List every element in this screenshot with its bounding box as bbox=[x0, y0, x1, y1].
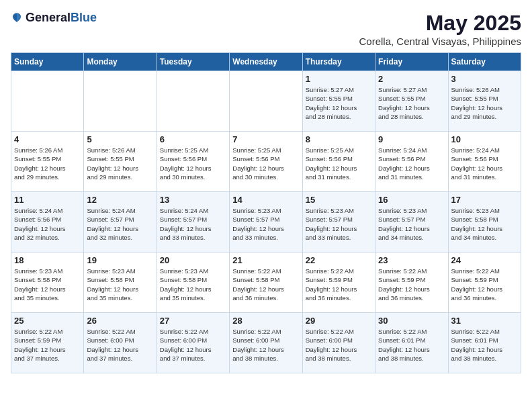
calendar-cell: 17Sunrise: 5:23 AM Sunset: 5:58 PM Dayli… bbox=[448, 192, 521, 253]
day-number: 8 bbox=[306, 134, 372, 144]
calendar-cell: 13Sunrise: 5:24 AM Sunset: 5:57 PM Dayli… bbox=[157, 192, 229, 253]
calendar-body: 1Sunrise: 5:27 AM Sunset: 5:55 PM Daylig… bbox=[11, 71, 521, 373]
day-info: Sunrise: 5:25 AM Sunset: 5:56 PM Dayligh… bbox=[232, 146, 299, 181]
calendar-cell bbox=[230, 71, 302, 132]
day-number: 12 bbox=[87, 195, 153, 205]
day-number: 2 bbox=[378, 74, 445, 84]
logo-text-general: General bbox=[26, 11, 71, 24]
day-number: 14 bbox=[232, 195, 299, 205]
calendar-cell: 14Sunrise: 5:23 AM Sunset: 5:57 PM Dayli… bbox=[230, 192, 302, 253]
day-info: Sunrise: 5:27 AM Sunset: 5:55 PM Dayligh… bbox=[378, 85, 445, 121]
day-info: Sunrise: 5:23 AM Sunset: 5:57 PM Dayligh… bbox=[306, 206, 372, 242]
day-info: Sunrise: 5:22 AM Sunset: 5:59 PM Dayligh… bbox=[378, 267, 445, 302]
calendar-cell bbox=[84, 71, 157, 132]
calendar-cell: 30Sunrise: 5:22 AM Sunset: 6:01 PM Dayli… bbox=[375, 313, 448, 373]
day-number: 6 bbox=[160, 134, 226, 144]
day-info: Sunrise: 5:22 AM Sunset: 6:01 PM Dayligh… bbox=[378, 327, 445, 363]
day-number: 13 bbox=[160, 195, 226, 205]
calendar-cell: 4Sunrise: 5:26 AM Sunset: 5:55 PM Daylig… bbox=[11, 132, 84, 192]
calendar-cell: 8Sunrise: 5:25 AM Sunset: 5:56 PM Daylig… bbox=[302, 132, 375, 192]
calendar-cell: 9Sunrise: 5:24 AM Sunset: 5:56 PM Daylig… bbox=[375, 132, 448, 192]
day-number: 24 bbox=[451, 255, 518, 265]
calendar-cell: 21Sunrise: 5:22 AM Sunset: 5:58 PM Dayli… bbox=[230, 253, 302, 313]
day-number: 21 bbox=[232, 255, 299, 265]
day-of-week-header: Monday bbox=[84, 53, 157, 71]
calendar-week-row: 4Sunrise: 5:26 AM Sunset: 5:55 PM Daylig… bbox=[11, 132, 521, 192]
calendar-cell: 26Sunrise: 5:22 AM Sunset: 6:00 PM Dayli… bbox=[84, 313, 157, 373]
subtitle: Corella, Central Visayas, Philippines bbox=[359, 36, 521, 47]
day-number: 31 bbox=[451, 316, 518, 326]
day-number: 29 bbox=[306, 316, 372, 326]
day-of-week-header: Sunday bbox=[11, 53, 84, 71]
day-number: 18 bbox=[14, 255, 81, 265]
day-of-week-header: Friday bbox=[375, 53, 448, 71]
day-info: Sunrise: 5:26 AM Sunset: 5:55 PM Dayligh… bbox=[451, 85, 518, 121]
main-title: May 2025 bbox=[359, 11, 521, 36]
day-info: Sunrise: 5:22 AM Sunset: 6:00 PM Dayligh… bbox=[160, 327, 226, 363]
day-info: Sunrise: 5:23 AM Sunset: 5:58 PM Dayligh… bbox=[451, 206, 518, 242]
day-info: Sunrise: 5:22 AM Sunset: 5:59 PM Dayligh… bbox=[451, 267, 518, 302]
day-info: Sunrise: 5:24 AM Sunset: 5:56 PM Dayligh… bbox=[14, 206, 81, 242]
calendar-cell: 10Sunrise: 5:24 AM Sunset: 5:56 PM Dayli… bbox=[448, 132, 521, 192]
day-number: 15 bbox=[306, 195, 372, 205]
calendar-cell: 27Sunrise: 5:22 AM Sunset: 6:00 PM Dayli… bbox=[157, 313, 229, 373]
calendar-week-row: 1Sunrise: 5:27 AM Sunset: 5:55 PM Daylig… bbox=[11, 71, 521, 132]
day-info: Sunrise: 5:23 AM Sunset: 5:57 PM Dayligh… bbox=[378, 206, 445, 242]
day-number: 9 bbox=[378, 134, 445, 144]
day-info: Sunrise: 5:23 AM Sunset: 5:57 PM Dayligh… bbox=[232, 206, 299, 242]
calendar-cell: 3Sunrise: 5:26 AM Sunset: 5:55 PM Daylig… bbox=[448, 71, 521, 132]
day-number: 19 bbox=[87, 255, 153, 265]
day-number: 1 bbox=[306, 74, 372, 84]
day-info: Sunrise: 5:26 AM Sunset: 5:55 PM Dayligh… bbox=[14, 146, 81, 181]
day-info: Sunrise: 5:22 AM Sunset: 6:00 PM Dayligh… bbox=[87, 327, 153, 363]
title-area: May 2025 Corella, Central Visayas, Phili… bbox=[359, 11, 521, 47]
calendar-cell: 18Sunrise: 5:23 AM Sunset: 5:58 PM Dayli… bbox=[11, 253, 84, 313]
day-of-week-header: Thursday bbox=[302, 53, 375, 71]
day-info: Sunrise: 5:23 AM Sunset: 5:58 PM Dayligh… bbox=[87, 267, 153, 302]
calendar-header-row: SundayMondayTuesdayWednesdayThursdayFrid… bbox=[11, 53, 521, 71]
day-number: 28 bbox=[232, 316, 299, 326]
day-number: 4 bbox=[14, 134, 81, 144]
calendar-cell: 23Sunrise: 5:22 AM Sunset: 5:59 PM Dayli… bbox=[375, 253, 448, 313]
day-info: Sunrise: 5:22 AM Sunset: 5:59 PM Dayligh… bbox=[306, 267, 372, 302]
calendar-cell: 29Sunrise: 5:22 AM Sunset: 6:00 PM Dayli… bbox=[302, 313, 375, 373]
calendar-week-row: 25Sunrise: 5:22 AM Sunset: 5:59 PM Dayli… bbox=[11, 313, 521, 373]
header: GeneralBlue May 2025 Corella, Central Vi… bbox=[11, 11, 521, 47]
calendar-cell bbox=[157, 71, 229, 132]
day-number: 20 bbox=[160, 255, 226, 265]
day-info: Sunrise: 5:25 AM Sunset: 5:56 PM Dayligh… bbox=[306, 146, 372, 181]
logo: GeneralBlue bbox=[11, 11, 97, 25]
day-info: Sunrise: 5:22 AM Sunset: 6:00 PM Dayligh… bbox=[232, 327, 299, 363]
day-number: 26 bbox=[87, 316, 153, 326]
calendar-cell: 7Sunrise: 5:25 AM Sunset: 5:56 PM Daylig… bbox=[230, 132, 302, 192]
day-info: Sunrise: 5:24 AM Sunset: 5:57 PM Dayligh… bbox=[160, 206, 226, 242]
day-info: Sunrise: 5:22 AM Sunset: 5:59 PM Dayligh… bbox=[14, 327, 81, 363]
calendar-cell: 12Sunrise: 5:24 AM Sunset: 5:57 PM Dayli… bbox=[84, 192, 157, 253]
day-number: 27 bbox=[160, 316, 226, 326]
calendar-cell bbox=[11, 71, 84, 132]
day-of-week-header: Wednesday bbox=[230, 53, 302, 71]
day-info: Sunrise: 5:25 AM Sunset: 5:56 PM Dayligh… bbox=[160, 146, 226, 181]
day-number: 16 bbox=[378, 195, 445, 205]
day-number: 3 bbox=[451, 74, 518, 84]
day-number: 22 bbox=[306, 255, 372, 265]
calendar-cell: 31Sunrise: 5:22 AM Sunset: 6:01 PM Dayli… bbox=[448, 313, 521, 373]
day-number: 17 bbox=[451, 195, 518, 205]
day-of-week-header: Saturday bbox=[448, 53, 521, 71]
day-info: Sunrise: 5:24 AM Sunset: 5:57 PM Dayligh… bbox=[87, 206, 153, 242]
calendar-cell: 5Sunrise: 5:26 AM Sunset: 5:55 PM Daylig… bbox=[84, 132, 157, 192]
calendar-week-row: 18Sunrise: 5:23 AM Sunset: 5:58 PM Dayli… bbox=[11, 253, 521, 313]
day-info: Sunrise: 5:22 AM Sunset: 6:01 PM Dayligh… bbox=[451, 327, 518, 363]
day-number: 25 bbox=[14, 316, 81, 326]
calendar-cell: 11Sunrise: 5:24 AM Sunset: 5:56 PM Dayli… bbox=[11, 192, 84, 253]
day-of-week-header: Tuesday bbox=[157, 53, 229, 71]
calendar-cell: 20Sunrise: 5:23 AM Sunset: 5:58 PM Dayli… bbox=[157, 253, 229, 313]
day-number: 23 bbox=[378, 255, 445, 265]
calendar-cell: 16Sunrise: 5:23 AM Sunset: 5:57 PM Dayli… bbox=[375, 192, 448, 253]
day-info: Sunrise: 5:26 AM Sunset: 5:55 PM Dayligh… bbox=[87, 146, 153, 181]
calendar-cell: 15Sunrise: 5:23 AM Sunset: 5:57 PM Dayli… bbox=[302, 192, 375, 253]
day-number: 5 bbox=[87, 134, 153, 144]
day-info: Sunrise: 5:24 AM Sunset: 5:56 PM Dayligh… bbox=[378, 146, 445, 181]
calendar-cell: 6Sunrise: 5:25 AM Sunset: 5:56 PM Daylig… bbox=[157, 132, 229, 192]
day-info: Sunrise: 5:24 AM Sunset: 5:56 PM Dayligh… bbox=[451, 146, 518, 181]
